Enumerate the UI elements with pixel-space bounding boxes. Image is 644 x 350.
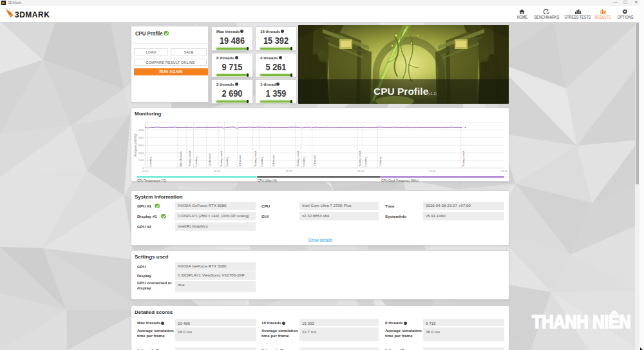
svg-text:2 threads: 2 threads: [313, 155, 316, 167]
svg-text:4000: 4000: [138, 136, 145, 139]
svg-text:3000: 3000: [138, 144, 145, 147]
svg-text:3DMARK: 3DMARK: [15, 10, 50, 19]
svg-text:8 threads: 8 threads: [238, 155, 242, 167]
svg-text:Saving result: Saving result: [462, 150, 465, 167]
svg-text:Saving result: Saving result: [254, 150, 257, 167]
svg-text:CPU Profile: CPU Profile: [374, 86, 429, 97]
svg-text:(v1.1): (v1.1): [428, 92, 437, 95]
svg-text:CPU Utility (%): CPU Utility (%): [258, 179, 278, 182]
svg-text:01:20: 01:20: [285, 170, 292, 173]
svg-text:CPU Temperature (°C): CPU Temperature (°C): [137, 179, 167, 182]
svg-text:Monitoring: Monitoring: [135, 111, 161, 117]
svg-text:Saving result: Saving result: [220, 150, 223, 167]
svg-text:2000: 2000: [138, 151, 145, 155]
svg-text:Saving result: Saving result: [296, 150, 299, 167]
svg-text:Saving result: Saving result: [358, 150, 361, 167]
svg-text:00:00: 00:00: [142, 170, 149, 173]
svg-text:1000: 1000: [138, 159, 145, 162]
svg-text:Saving result: Saving result: [188, 150, 191, 167]
svg-text:Loading: Loading: [260, 157, 263, 167]
svg-text:5000: 5000: [138, 128, 145, 131]
svg-text:Loading: Loading: [225, 157, 229, 167]
svg-text:03:20: 03:20: [501, 170, 508, 173]
svg-text:CPU Clock Frequency (MHz): CPU Clock Frequency (MHz): [381, 179, 419, 182]
svg-text:4 threads: 4 threads: [272, 155, 275, 167]
svg-text:Loading: Loading: [302, 157, 305, 167]
svg-text:16 threads: 16 threads: [208, 153, 211, 166]
svg-text:1-thread: 1-thread: [379, 156, 382, 167]
svg-text:Loading: Loading: [194, 157, 198, 167]
svg-text:00:40: 00:40: [214, 170, 221, 173]
svg-text:Max threads: Max threads: [179, 151, 182, 167]
svg-text:Loading: Loading: [149, 157, 152, 167]
svg-text:Loading: Loading: [364, 157, 367, 167]
svg-text:Frequency (MHz): Frequency (MHz): [134, 133, 137, 156]
svg-text:02:00: 02:00: [357, 170, 365, 173]
svg-text:02:40: 02:40: [429, 170, 436, 173]
